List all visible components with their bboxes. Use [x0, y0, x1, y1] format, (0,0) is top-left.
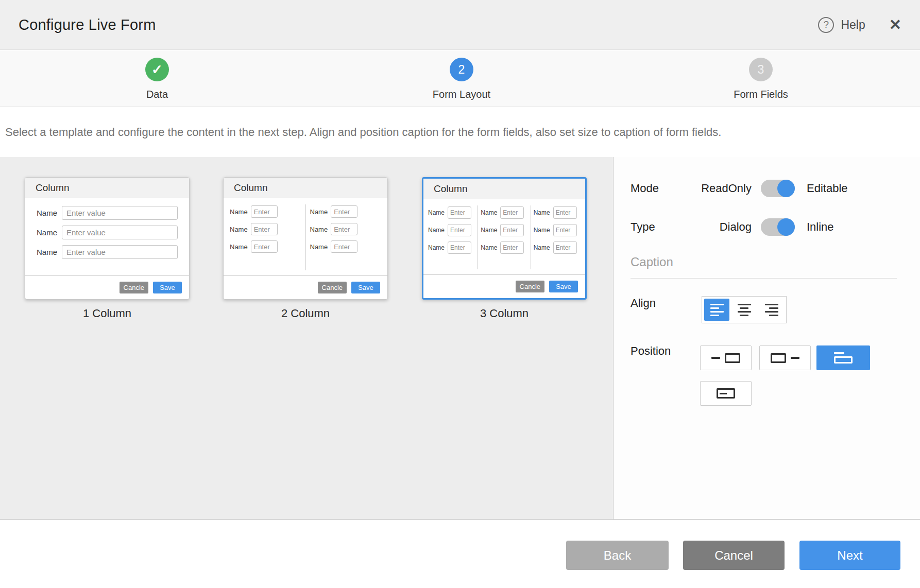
mini-input [251, 223, 278, 235]
template-gallery: Column Name Name Name Cancle Save [0, 157, 613, 520]
template-card-1-column[interactable]: Column Name Name Name Cancle Save [25, 177, 190, 300]
label-top-icon [834, 352, 853, 364]
mini-field-label: Name [534, 227, 550, 234]
dialog-title: Configure Live Form [19, 16, 156, 33]
template-card-2-column[interactable]: Column Name Name Name Name Name Name Can… [223, 177, 388, 300]
mini-form-title: Column [224, 178, 387, 198]
titlebar: Configure Live Form ? Help ✕ [0, 0, 920, 50]
align-left-icon [710, 304, 724, 316]
mini-input [448, 241, 471, 254]
step-form-layout[interactable]: 2 Form Layout [400, 58, 523, 100]
mini-field-label: Name [310, 208, 328, 216]
step-form-fields[interactable]: 3 Form Fields [699, 58, 823, 100]
mini-save-button: Save [351, 282, 380, 293]
mini-input [331, 223, 357, 235]
description-band: Select a template and configure the cont… [0, 108, 920, 157]
mini-cancel-button: Cancle [318, 282, 347, 293]
mini-field-label: Name [37, 209, 57, 217]
cancel-button[interactable]: Cancel [683, 541, 785, 570]
mini-form-column: Name Name Name [478, 205, 530, 269]
mode-label: Mode [631, 182, 659, 195]
toggle-knob [777, 218, 795, 236]
type-toggle[interactable] [761, 218, 795, 236]
label-inside-icon [717, 388, 735, 399]
mode-off-label: ReadOnly [669, 182, 752, 195]
mini-form-column: Name Name Name [425, 205, 478, 269]
mini-field-label: Name [481, 244, 497, 251]
type-on-label: Inline [807, 220, 834, 234]
step-number: 2 [450, 58, 473, 81]
mini-input [331, 205, 357, 218]
mini-input [553, 206, 577, 219]
mini-field-label: Name [481, 227, 497, 234]
position-label-left-button[interactable] [700, 345, 752, 370]
mini-form-row: Name [37, 226, 178, 239]
mini-input [553, 224, 577, 236]
mini-save-button: Save [153, 282, 182, 293]
mini-save-button: Save [549, 281, 578, 292]
step-label: Form Fields [734, 89, 788, 100]
position-label-top-button[interactable] [816, 345, 870, 370]
mini-form-footer: Cancle Save [224, 275, 387, 299]
mini-form-column: Name Name Name [226, 204, 305, 270]
mini-cancel-button: Cancle [516, 281, 544, 292]
position-label-right-button[interactable] [759, 345, 811, 370]
mini-cancel-button: Cancle [120, 282, 148, 293]
template-caption: 3 Column [422, 307, 587, 320]
align-center-button[interactable] [731, 299, 757, 321]
mini-form-row: Name [37, 245, 178, 259]
mode-on-label: Editable [807, 182, 848, 195]
mini-form-title: Column [25, 178, 189, 198]
type-label: Type [631, 220, 655, 234]
step-data[interactable]: ✓ Data [95, 58, 219, 100]
back-button[interactable]: Back [566, 541, 669, 570]
mini-form-column: Name Name Name [531, 205, 583, 269]
mode-toggle[interactable] [761, 180, 795, 197]
step-number: 3 [749, 58, 773, 81]
settings-panel: Mode ReadOnly Editable Type Dialog Inlin… [613, 157, 920, 520]
help-label: Help [841, 18, 865, 32]
template-caption: 1 Column [25, 307, 190, 320]
mini-input [448, 224, 471, 236]
step-label: Form Layout [433, 89, 490, 100]
align-right-icon [765, 304, 778, 316]
mini-field-label: Name [37, 228, 57, 237]
mini-input [331, 240, 357, 253]
mini-input [500, 224, 524, 236]
mini-field-label: Name [481, 209, 497, 216]
toggle-knob [777, 180, 795, 197]
template-card-3-column[interactable]: Column Name Name Name Name Name Name Nam… [422, 177, 587, 300]
align-right-button[interactable] [759, 299, 784, 321]
mini-input [251, 205, 278, 218]
mini-field-label: Name [230, 208, 248, 216]
close-icon[interactable]: ✕ [889, 18, 901, 32]
mini-input [500, 241, 524, 254]
mini-field-label: Name [37, 248, 57, 256]
step-complete-check-icon: ✓ [145, 58, 169, 81]
position-label-inside-button[interactable] [700, 381, 752, 406]
stepper: ✓ Data 2 Form Layout 3 Form Fields [0, 50, 920, 107]
help-button[interactable]: ? Help [818, 17, 865, 33]
mini-input [448, 206, 471, 219]
caption-divider [631, 278, 897, 279]
type-off-label: Dialog [669, 220, 752, 234]
position-label: Position [631, 344, 671, 358]
mini-field-label: Name [230, 243, 248, 251]
step-label: Data [146, 89, 168, 100]
mini-input [500, 206, 524, 219]
next-button[interactable]: Next [799, 541, 900, 570]
mini-field-label: Name [534, 244, 550, 251]
mini-input [62, 226, 178, 239]
align-left-button[interactable] [704, 299, 729, 321]
caption-section-title: Caption [631, 255, 673, 269]
mini-form-footer: Cancle Save [25, 275, 189, 299]
mini-form-column: Name Name Name [305, 204, 386, 270]
align-button-group [702, 296, 787, 323]
mini-field-label: Name [428, 244, 445, 251]
mini-input [62, 206, 178, 220]
mini-field-label: Name [534, 209, 550, 216]
align-label: Align [631, 297, 656, 310]
mini-field-label: Name [230, 226, 248, 233]
mini-form-title: Column [423, 179, 585, 199]
mini-input [251, 240, 278, 253]
